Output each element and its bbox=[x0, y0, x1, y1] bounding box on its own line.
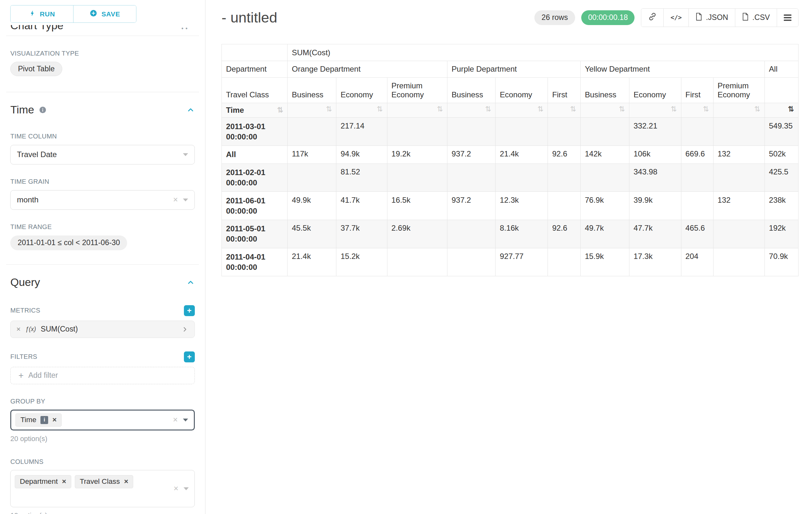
pivot-cell: 343.98 bbox=[629, 164, 682, 192]
export-csv-label: .CSV bbox=[752, 13, 770, 22]
pivot-col-header: Business bbox=[288, 77, 336, 103]
pivot-sort-cell: ⇅ bbox=[447, 103, 496, 117]
pivot-cell: 132 bbox=[713, 146, 764, 164]
sort-icon[interactable]: ⇅ bbox=[671, 106, 677, 113]
pivot-cell: 142k bbox=[581, 146, 629, 164]
sort-icon[interactable]: ⇅ bbox=[570, 106, 576, 113]
file-icon bbox=[742, 12, 749, 23]
pivot-cell: 12.3k bbox=[496, 192, 548, 220]
time-column-label: TIME COLUMN bbox=[10, 133, 195, 140]
remove-tag-icon[interactable]: × bbox=[124, 478, 128, 485]
pivot-row-dimension-header: Time⇅ bbox=[222, 103, 288, 117]
columns-tag: Travel Class × bbox=[75, 475, 133, 488]
sort-icon[interactable]: ⇅ bbox=[377, 106, 383, 113]
pivot-cell bbox=[713, 164, 764, 192]
add-metric-button[interactable]: + bbox=[184, 305, 195, 316]
filters-label: FILTERS bbox=[10, 353, 37, 360]
pivot-row: 2011-02-01 00:00:0081.52343.98425.5 bbox=[222, 164, 799, 192]
pivot-cell: 106k bbox=[629, 146, 682, 164]
pivot-cell bbox=[447, 164, 496, 192]
pivot-cell bbox=[496, 117, 548, 146]
metric-item[interactable]: × ƒ(x) SUM(Cost) bbox=[10, 321, 195, 337]
pivot-cell: 132 bbox=[713, 192, 764, 220]
add-filter-button[interactable]: + Add filter bbox=[10, 367, 195, 384]
remove-metric-icon[interactable]: × bbox=[17, 325, 21, 333]
pivot-group-header: Purple Department bbox=[447, 61, 581, 78]
pivot-cell bbox=[548, 117, 581, 146]
divider bbox=[6, 36, 199, 36]
pivot-cell: 41.7k bbox=[336, 192, 387, 220]
pivot-cell: 94.9k bbox=[336, 146, 387, 164]
time-grain-select[interactable]: month × bbox=[10, 190, 195, 210]
group-by-tag-label: Time bbox=[21, 416, 36, 424]
pivot-cell bbox=[713, 220, 764, 248]
save-button[interactable]: SAVE bbox=[73, 5, 136, 23]
visualization-type-value[interactable]: Pivot Table bbox=[10, 62, 62, 76]
sort-icon[interactable]: ⇅ bbox=[277, 107, 283, 114]
embed-code-button[interactable]: </> bbox=[663, 9, 689, 27]
sort-icon[interactable]: ⇅ bbox=[485, 106, 491, 113]
run-button[interactable]: RUN bbox=[10, 5, 73, 23]
clear-icon[interactable]: × bbox=[174, 484, 178, 493]
chart-panel: - untitled 26 rows 00:00:00.18 </> bbox=[205, 0, 812, 514]
menu-button[interactable] bbox=[777, 9, 798, 27]
pivot-time-label: Time bbox=[226, 106, 244, 115]
chevron-right-icon[interactable] bbox=[181, 326, 189, 333]
pivot-cell: 37.7k bbox=[336, 220, 387, 248]
clear-icon[interactable]: × bbox=[173, 416, 178, 424]
pivot-cell: 92.6 bbox=[548, 146, 581, 164]
pivot-travel-class-label: Travel Class bbox=[222, 77, 288, 103]
pivot-cell bbox=[548, 248, 581, 276]
remove-tag-icon[interactable]: × bbox=[52, 416, 57, 424]
group-by-select[interactable]: Time i × × bbox=[10, 410, 195, 431]
remove-tag-icon[interactable]: × bbox=[62, 478, 66, 485]
pivot-cell bbox=[288, 117, 336, 146]
pivot-cell bbox=[681, 164, 713, 192]
export-json-button[interactable]: .JSON bbox=[689, 9, 735, 27]
time-column-select[interactable]: Travel Date bbox=[10, 145, 195, 164]
caret-down-icon[interactable] bbox=[183, 487, 189, 490]
sort-icon-active[interactable]: ⇅ bbox=[788, 106, 794, 113]
pivot-col-header: Economy bbox=[629, 77, 682, 103]
plus-circle-icon bbox=[90, 9, 97, 19]
columns-tag-label: Travel Class bbox=[80, 477, 120, 486]
pivot-row: All117k94.9k19.2k937.221.4k92.6142k106k6… bbox=[222, 146, 799, 164]
explore-view: RUN SAVE Chart Type •• VISUALIZATION TYP… bbox=[0, 0, 812, 514]
share-link-button[interactable] bbox=[641, 9, 664, 27]
visualization-type-label: VISUALIZATION TYPE bbox=[10, 50, 195, 57]
export-csv-button[interactable]: .CSV bbox=[735, 9, 777, 27]
pivot-cell: 2.69k bbox=[387, 220, 447, 248]
pivot-col-header: Premium Economy bbox=[387, 77, 447, 103]
columns-label: COLUMNS bbox=[10, 458, 195, 465]
sort-icon[interactable]: ⇅ bbox=[538, 106, 544, 113]
sort-icon[interactable]: ⇅ bbox=[703, 106, 709, 113]
info-icon[interactable]: i bbox=[40, 416, 48, 424]
pivot-row: 2011-03-01 00:00:00217.14332.21549.35 bbox=[222, 117, 799, 146]
sort-icon[interactable]: ⇅ bbox=[326, 106, 332, 113]
plus-icon: + bbox=[19, 371, 24, 380]
columns-select[interactable]: Department × Travel Class × × bbox=[10, 470, 195, 507]
pivot-cell: 81.52 bbox=[336, 164, 387, 192]
pivot-cell bbox=[496, 164, 548, 192]
caret-down-icon[interactable] bbox=[183, 418, 188, 422]
code-icon: </> bbox=[670, 14, 682, 21]
function-icon: ƒ(x) bbox=[25, 325, 36, 333]
time-range-value[interactable]: 2011-01-01 ≤ col < 2011-06-30 bbox=[10, 236, 127, 250]
sort-icon[interactable]: ⇅ bbox=[754, 106, 760, 113]
pivot-cell: 117k bbox=[288, 146, 336, 164]
clear-icon[interactable]: × bbox=[173, 196, 178, 204]
chevron-up-icon[interactable] bbox=[186, 278, 195, 287]
control-panel: RUN SAVE Chart Type •• VISUALIZATION TYP… bbox=[0, 0, 205, 514]
chevron-up-icon[interactable] bbox=[186, 106, 195, 114]
pivot-cell: 549.35 bbox=[764, 117, 798, 146]
hamburger-icon bbox=[784, 15, 791, 21]
info-icon[interactable] bbox=[39, 106, 47, 114]
columns-tag-label: Department bbox=[20, 477, 58, 486]
add-filter-plus-button[interactable]: + bbox=[184, 351, 195, 362]
pivot-row-header: 2011-03-01 00:00:00 bbox=[222, 117, 288, 146]
sort-icon[interactable]: ⇅ bbox=[619, 106, 625, 113]
pivot-row-header: All bbox=[222, 146, 288, 164]
pivot-col-header: First bbox=[681, 77, 713, 103]
sort-icon[interactable]: ⇅ bbox=[437, 106, 443, 113]
pivot-corner-cell bbox=[222, 44, 288, 61]
